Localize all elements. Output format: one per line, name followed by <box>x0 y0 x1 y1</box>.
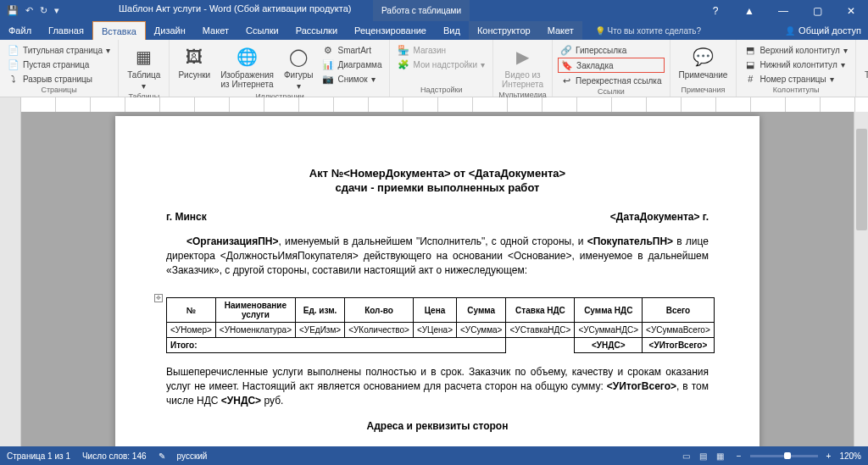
ribbon-help-icon[interactable]: ? <box>698 0 732 21</box>
pictures-icon: 🖼 <box>182 45 206 69</box>
doc-title-line1: Акт №<НомерДокумента> от <ДатаДокумента> <box>166 167 709 180</box>
zoom-out-icon[interactable]: − <box>737 451 742 461</box>
table-move-handle[interactable]: ✥ <box>154 294 163 302</box>
tab-insert[interactable]: Вставка <box>92 21 146 40</box>
title-page-button[interactable]: 📄Титульная страница▾ <box>5 43 113 57</box>
screenshot-button[interactable]: 📷Снимок▾ <box>320 72 384 86</box>
zoom-percent[interactable]: 120% <box>839 451 861 461</box>
status-bar: Страница 1 из 1 Число слов: 146 ✎ русски… <box>0 446 868 465</box>
group-text: AТекстовое поле▾ ▤▾ A▾ A▾ Текст <box>856 40 868 97</box>
scrollbar-thumb[interactable] <box>856 129 867 230</box>
video-button[interactable]: ▶Видео из Интернета <box>498 43 547 91</box>
view-web-icon[interactable]: ▦ <box>713 449 728 462</box>
online-pictures-button[interactable]: 🌐Изображения из Интернета <box>217 43 277 91</box>
crossref-button[interactable]: ↩Перекрестная ссылка <box>558 74 664 87</box>
tell-me-search[interactable]: 💡 Что вы хотите сделать? <box>595 26 701 36</box>
tab-design[interactable]: Дизайн <box>146 21 194 40</box>
doc-paragraph-2: Вышеперечисленные услуги выполнены полно… <box>166 365 709 407</box>
title-bar: 💾 ↶ ↻ ▾ Шаблон Акт услуги - Word (Сбой а… <box>0 0 868 21</box>
tab-review[interactable]: Рецензирование <box>346 21 435 40</box>
zoom-in-icon[interactable]: + <box>826 451 832 461</box>
table-data-row: <УНомер><УНоменклатура><УЕдИзм><УКоличес… <box>167 323 715 338</box>
chart-button[interactable]: 📊Диаграмма <box>320 58 384 71</box>
tab-view[interactable]: Вид <box>435 21 469 40</box>
status-spellcheck-icon[interactable]: ✎ <box>159 451 165 461</box>
shapes-button[interactable]: ◯Фигуры▾ <box>281 43 316 92</box>
smartart-icon: ⚙ <box>322 44 334 56</box>
qat-dropdown-icon[interactable]: ▾ <box>54 5 59 16</box>
group-media: ▶Видео из Интернета Мультимедиа <box>493 40 553 97</box>
view-buttons: ▭ ▤ ▦ <box>679 449 728 462</box>
store-icon: 🏪 <box>398 44 409 56</box>
tab-home[interactable]: Главная <box>40 21 92 40</box>
minimize-button[interactable]: — <box>766 0 800 21</box>
document-area[interactable]: Акт №<НомерДокумента> от <ДатаДокумента>… <box>21 112 854 451</box>
save-icon[interactable]: 💾 <box>7 5 19 16</box>
zoom-slider[interactable] <box>750 455 818 457</box>
doc-city: г. Минск <box>166 211 207 223</box>
blank-page-icon: 📄 <box>8 58 19 70</box>
quick-access-toolbar: 💾 ↶ ↻ ▾ <box>0 5 66 16</box>
online-pictures-icon: 🌐 <box>236 45 259 69</box>
bookmark-button[interactable]: 🔖Закладка <box>558 58 664 73</box>
tab-table-layout[interactable]: Макет <box>539 21 582 40</box>
table-total-row: Итого: <УНДС> <УИтогВсего> <box>167 338 715 353</box>
group-addins-label: Надстройки <box>395 86 487 95</box>
tab-table-design[interactable]: Конструктор <box>469 21 539 40</box>
table-icon: ▦ <box>132 45 156 69</box>
tab-mailings[interactable]: Рассылки <box>287 21 346 40</box>
tab-references[interactable]: Ссылки <box>237 21 287 40</box>
tab-layout[interactable]: Макет <box>194 21 237 40</box>
close-button[interactable]: ✕ <box>834 0 868 21</box>
undo-icon[interactable]: ↶ <box>25 5 33 16</box>
view-read-icon[interactable]: ▭ <box>679 449 694 462</box>
page-break-button[interactable]: ⤵Разрыв страницы <box>5 72 113 86</box>
pictures-button[interactable]: 🖼Рисунки <box>175 43 214 81</box>
store-button[interactable]: 🏪Магазин <box>395 43 487 57</box>
redo-icon[interactable]: ↻ <box>40 5 47 16</box>
page-number-button[interactable]: #Номер страницы▾ <box>742 72 850 86</box>
vertical-scrollbar[interactable] <box>854 112 868 451</box>
page[interactable]: Акт №<НомерДокумента> от <ДатаДокумента>… <box>115 116 760 451</box>
page-break-icon: ⤵ <box>8 73 19 85</box>
crossref-icon: ↩ <box>560 75 572 86</box>
group-header-footer: ⬒Верхний колонтитул▾ ⬓Нижний колонтитул▾… <box>737 40 856 97</box>
ribbon-toggle-icon[interactable]: ▲ <box>732 0 766 21</box>
smartart-button[interactable]: ⚙SmartArt <box>320 43 384 57</box>
hyperlink-icon: 🔗 <box>560 44 572 56</box>
ribbon: 📄Титульная страница▾ 📄Пустая страница ⤵Р… <box>0 40 868 97</box>
share-button[interactable]: Общий доступ <box>785 25 861 36</box>
ruler-horizontal[interactable] <box>0 97 868 112</box>
screenshot-icon: 📷 <box>322 73 334 85</box>
comment-button[interactable]: 💬Примечание <box>676 43 732 81</box>
page-number-icon: # <box>744 73 756 85</box>
textbox-button[interactable]: AТекстовое поле▾ <box>861 43 868 102</box>
header-button[interactable]: ⬒Верхний колонтитул▾ <box>742 43 850 57</box>
bookmark-icon: 🔖 <box>561 59 573 71</box>
addins-icon: 🧩 <box>398 58 409 70</box>
tab-file[interactable]: Файл <box>0 21 40 40</box>
doc-addresses-heading: Адреса и реквизиты сторон <box>166 420 709 432</box>
view-print-icon[interactable]: ▤ <box>696 449 711 462</box>
hyperlink-button[interactable]: 🔗Гиперссылка <box>558 43 664 57</box>
footer-button[interactable]: ⬓Нижний колонтитул▾ <box>742 58 850 71</box>
my-addins-button[interactable]: 🧩Мои надстройки▾ <box>395 58 487 71</box>
group-comments: 💬Примечание Примечания <box>670 40 737 97</box>
group-links-label: Ссылки <box>558 87 664 97</box>
group-pages: 📄Титульная страница▾ 📄Пустая страница ⤵Р… <box>0 40 119 97</box>
table-button[interactable]: ▦Таблица▾ <box>124 43 164 92</box>
status-page[interactable]: Страница 1 из 1 <box>7 451 70 461</box>
status-language[interactable]: русский <box>177 451 208 461</box>
ruler-vertical[interactable] <box>0 112 21 451</box>
status-words[interactable]: Число слов: 146 <box>82 451 147 461</box>
blank-page-button[interactable]: 📄Пустая страница <box>5 58 113 71</box>
doc-table[interactable]: №Наименование услугиЕд. изм.Кол-воЦенаСу… <box>166 297 715 353</box>
ribbon-tabs: Файл Главная Вставка Дизайн Макет Ссылки… <box>0 21 868 40</box>
group-header-footer-label: Колонтитулы <box>742 86 850 95</box>
doc-title-line2: сдачи - приемки выполненных работ <box>166 181 709 194</box>
footer-icon: ⬓ <box>744 58 756 70</box>
group-pages-label: Страницы <box>5 86 113 95</box>
maximize-button[interactable]: ▢ <box>800 0 834 21</box>
group-comments-label: Примечания <box>676 86 732 95</box>
workspace: Акт №<НомерДокумента> от <ДатаДокумента>… <box>0 112 868 451</box>
